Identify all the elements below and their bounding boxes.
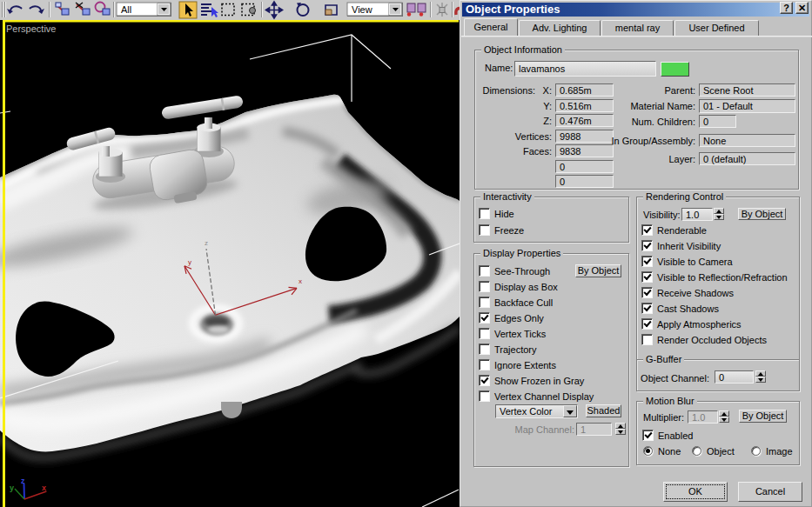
svg-text:x: x	[299, 277, 302, 285]
svg-text:View: View	[352, 4, 372, 15]
svg-text:All: All	[121, 4, 131, 15]
svg-text:z: z	[205, 239, 208, 247]
svg-text:y: y	[188, 258, 191, 266]
svg-text:y: y	[10, 484, 14, 492]
svg-text:x: x	[42, 484, 46, 492]
svg-text:z: z	[21, 477, 25, 485]
